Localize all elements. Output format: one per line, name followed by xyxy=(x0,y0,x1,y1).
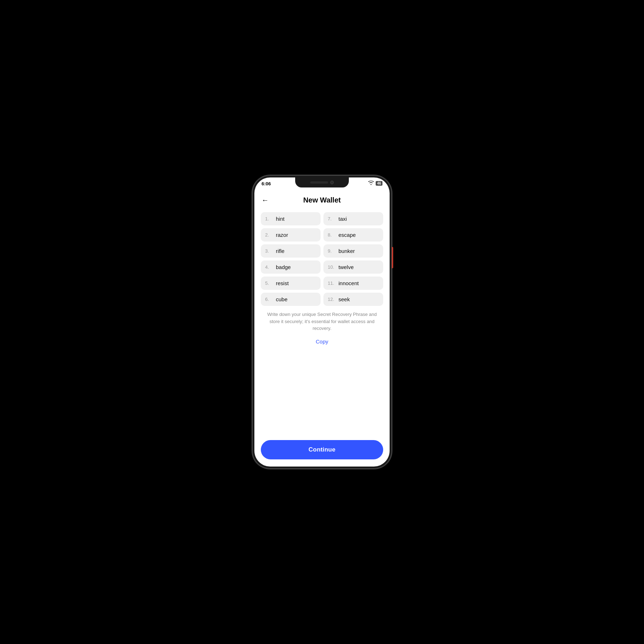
word-item: 11.innocent xyxy=(323,277,383,290)
word-text: hint xyxy=(276,216,284,222)
word-text: badge xyxy=(276,264,291,270)
word-number: 9. xyxy=(328,248,336,254)
word-number: 6. xyxy=(265,297,273,302)
word-item: 2.razor xyxy=(261,228,321,241)
word-item: 9.bunker xyxy=(323,244,383,258)
continue-button[interactable]: Continue xyxy=(261,440,383,459)
word-number: 7. xyxy=(328,216,336,221)
bottom-area: Continue xyxy=(254,436,390,467)
back-button[interactable]: ← xyxy=(262,196,272,204)
word-number: 3. xyxy=(265,248,273,254)
word-number: 11. xyxy=(328,280,336,286)
word-number: 4. xyxy=(265,264,273,270)
recovery-description: Write down your unique Secret Recovery P… xyxy=(261,311,383,332)
bottom-spacer xyxy=(261,351,383,429)
words-grid: 1.hint7.taxi2.razor8.escape3.rifle9.bunk… xyxy=(261,212,383,306)
phone-device: 6:06 46 ← New Wallet xyxy=(252,175,392,469)
scroll-content: 1.hint7.taxi2.razor8.escape3.rifle9.bunk… xyxy=(254,209,390,436)
word-text: razor xyxy=(276,232,288,238)
word-number: 8. xyxy=(328,232,336,238)
speaker xyxy=(310,181,328,184)
word-number: 1. xyxy=(265,216,273,221)
status-time: 6:06 xyxy=(262,181,271,186)
word-text: escape xyxy=(338,232,356,238)
copy-button[interactable]: Copy xyxy=(261,337,383,346)
status-icons: 46 xyxy=(368,181,382,186)
camera xyxy=(330,181,334,184)
word-item: 4.badge xyxy=(261,260,321,274)
word-number: 5. xyxy=(265,280,273,286)
word-text: twelve xyxy=(338,264,354,270)
word-item: 10.twelve xyxy=(323,260,383,274)
word-number: 2. xyxy=(265,232,273,238)
word-item: 12.seek xyxy=(323,293,383,306)
phone-screen: 6:06 46 ← New Wallet xyxy=(254,177,390,467)
word-item: 3.rifle xyxy=(261,244,321,258)
word-text: innocent xyxy=(338,280,359,286)
word-item: 1.hint xyxy=(261,212,321,225)
word-text: bunker xyxy=(338,248,355,254)
word-number: 12. xyxy=(328,297,336,302)
page-title: New Wallet xyxy=(254,196,390,204)
header: ← New Wallet xyxy=(254,193,390,209)
word-item: 5.resist xyxy=(261,277,321,290)
word-item: 8.escape xyxy=(323,228,383,241)
word-text: resist xyxy=(276,280,289,286)
word-text: rifle xyxy=(276,248,284,254)
word-text: taxi xyxy=(338,216,347,222)
word-text: seek xyxy=(338,296,350,302)
word-number: 10. xyxy=(328,264,336,270)
word-text: cube xyxy=(276,296,288,302)
notch xyxy=(295,177,349,187)
wifi-icon xyxy=(368,181,374,186)
word-item: 7.taxi xyxy=(323,212,383,225)
battery-icon: 46 xyxy=(376,181,382,186)
word-item: 6.cube xyxy=(261,293,321,306)
